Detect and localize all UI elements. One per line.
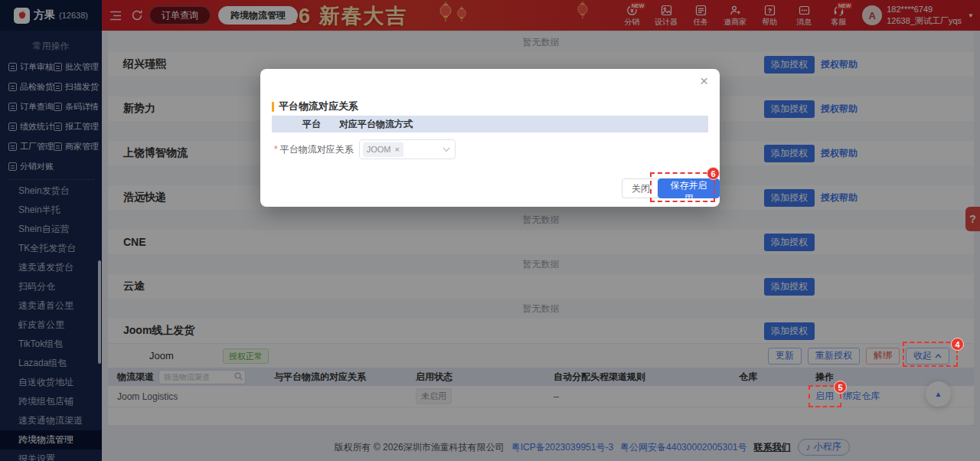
section-accent-bar: [272, 102, 274, 112]
modal-col-mapping: 对应平台物流方式: [339, 118, 413, 131]
close-icon[interactable]: ×: [700, 74, 708, 88]
modal-section-title: 平台物流对应关系: [279, 100, 358, 113]
logistics-mapping-select[interactable]: JOOM ×: [359, 139, 456, 159]
selected-tag: JOOM ×: [363, 142, 403, 157]
annotation-badge-6: 6: [707, 167, 720, 180]
annotation-badge-4: 4: [951, 338, 964, 351]
annotation-badge-5: 5: [834, 381, 847, 394]
annotation-box-6: 6: [650, 172, 715, 202]
annotation-box-4: 4: [903, 342, 958, 367]
app-root: 方果 (12638) 2026 新春大吉 订单查询 跨境物流管理: [0, 0, 980, 461]
remove-tag-icon[interactable]: ×: [394, 145, 399, 154]
modal-col-platform: 平台: [302, 118, 321, 131]
chevron-down-icon: [443, 147, 450, 152]
annotation-box-5: 5: [808, 385, 841, 407]
modal-table-header: 平台 对应平台物流方式: [272, 116, 708, 132]
field-label: 平台物流对应关系: [280, 143, 354, 156]
required-asterisk: *: [274, 144, 278, 155]
